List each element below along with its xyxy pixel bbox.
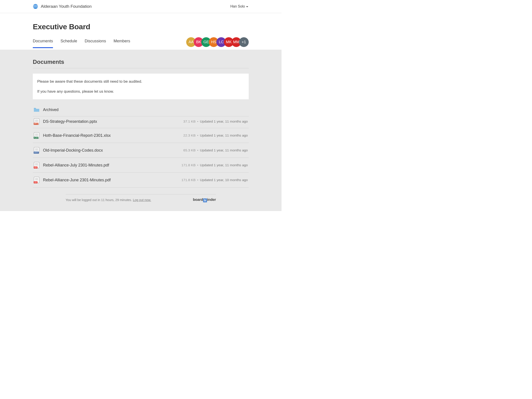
document-name: Hoth-Base-Financial-Report-2301.xlsx <box>43 133 180 138</box>
footer: You will be logged out in 11 hours, 29 m… <box>66 194 216 202</box>
document-updated: Updated 1 year, 11 months ago <box>200 163 248 167</box>
document-row[interactable]: PPTXDS-Strategy-Presentation.pptx37.1 KB… <box>33 116 249 128</box>
tab-documents[interactable]: Documents <box>33 39 53 48</box>
document-name: Rebel-Alliance-July 2301-Minutes.pdf <box>43 163 178 168</box>
document-size: 37.1 KB <box>183 120 196 123</box>
document-name: Rebel-Alliance-June 2301-Minutes.pdf <box>43 178 178 183</box>
document-name: DS-Strategy-Presentation.pptx <box>43 119 180 124</box>
tab-members[interactable]: Members <box>114 39 130 48</box>
tabs: DocumentsScheduleDiscussionsMembers <box>33 39 130 48</box>
document-size: 171.8 KB <box>181 178 196 182</box>
caret-down-icon <box>246 6 248 7</box>
pdf-file-icon: PDF <box>34 177 39 183</box>
document-meta: 37.1 KB•Updated 1 year, 11 months ago <box>183 120 248 123</box>
document-meta: 65.3 KB•Updated 1 year, 11 months ago <box>183 148 248 152</box>
folder-name: Archived <box>43 108 248 112</box>
document-size: 65.3 KB <box>183 148 196 152</box>
topbar: Alderaan Youth Foundation Han Solo <box>0 0 282 13</box>
user-name: Han Solo <box>230 4 245 8</box>
document-updated: Updated 1 year, 10 months ago <box>200 178 248 182</box>
page-header: Executive Board DocumentsScheduleDiscuss… <box>0 13 282 50</box>
docx-file-icon: DOCX <box>34 147 39 154</box>
logout-link[interactable]: Log out now. <box>133 198 151 202</box>
notice-line-2: If you have any questions, please let us… <box>37 89 244 95</box>
folder-icon <box>34 106 39 113</box>
tab-discussions[interactable]: Discussions <box>85 39 106 48</box>
product-logo-badge: b <box>203 198 207 202</box>
document-meta: 22.3 KB•Updated 1 year, 11 months ago <box>183 133 248 137</box>
document-updated: Updated 1 year, 11 months ago <box>200 148 248 152</box>
document-row[interactable]: DOCXOld-Imperial-Docking-Codes.docx65.3 … <box>33 143 249 158</box>
document-meta: 171.8 KB•Updated 1 year, 10 months ago <box>181 178 248 182</box>
brand[interactable]: Alderaan Youth Foundation <box>33 4 92 9</box>
avatar[interactable]: +1 <box>239 37 249 47</box>
section-title: Documents <box>33 58 249 68</box>
document-meta: 171.8 KB•Updated 1 year, 11 months ago <box>181 163 248 167</box>
page-title: Executive Board <box>33 22 249 31</box>
document-size: 171.8 KB <box>181 163 196 167</box>
org-name: Alderaan Youth Foundation <box>41 4 92 9</box>
notice-line-1: Please be aware that these documents sti… <box>37 78 244 84</box>
avatar-list: AABKGEHSLCMKMM+1 <box>186 37 249 47</box>
org-logo-icon <box>33 4 38 9</box>
user-menu[interactable]: Han Solo <box>230 4 248 8</box>
pptx-file-icon: PPTX <box>34 118 39 125</box>
product-logo: boardbinder <box>193 197 216 202</box>
document-row[interactable]: XLSXHoth-Base-Financial-Report-2301.xlsx… <box>33 128 249 143</box>
document-list: Archived PPTXDS-Strategy-Presentation.pp… <box>33 105 249 188</box>
document-updated: Updated 1 year, 11 months ago <box>200 120 248 123</box>
xlsx-file-icon: XLSX <box>34 132 39 139</box>
pdf-file-icon: PDF <box>34 162 39 168</box>
document-updated: Updated 1 year, 11 months ago <box>200 133 248 137</box>
main-section: Documents Please be aware that these doc… <box>0 50 282 211</box>
document-size: 22.3 KB <box>183 133 196 137</box>
notice-box: Please be aware that these documents sti… <box>33 74 249 99</box>
document-name: Old-Imperial-Docking-Codes.docx <box>43 148 180 153</box>
document-row[interactable]: PDFRebel-Alliance-June 2301-Minutes.pdf1… <box>33 173 249 188</box>
folder-row[interactable]: Archived <box>33 105 249 116</box>
logout-notice: You will be logged out in 11 hours, 29 m… <box>66 198 151 202</box>
document-row[interactable]: PDFRebel-Alliance-July 2301-Minutes.pdf1… <box>33 158 249 173</box>
tab-schedule[interactable]: Schedule <box>61 39 77 48</box>
